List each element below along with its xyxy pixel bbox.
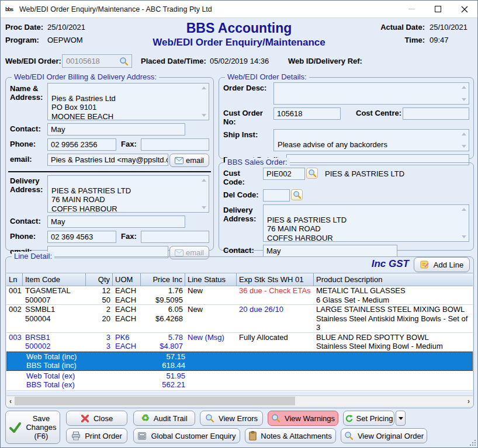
save-changes-button[interactable]: SaveChanges(F6)	[5, 411, 60, 444]
placed-date-label: Placed Date/Time:	[141, 57, 206, 65]
table-row[interactable]: 001 TGASMETAL500007 1250 EACHEACH 1.76$9…	[6, 286, 473, 305]
order-desc-field[interactable]	[273, 82, 469, 105]
placed-date-value: 05/02/2019 14:36	[210, 57, 269, 65]
delivery-address-field[interactable]: PIES & PASTRIES LTD 76 MAIN ROAD COFFS H…	[47, 175, 209, 213]
scroll-down-icon[interactable]	[202, 206, 206, 209]
scroll-up-icon[interactable]	[462, 208, 466, 211]
order-search-icon[interactable]	[118, 55, 130, 67]
app-logo-icon: bbs	[5, 5, 16, 14]
view-original-order-button[interactable]: View Original Order	[341, 428, 427, 443]
col-ln[interactable]: Ln	[6, 273, 23, 286]
scroll-right-icon[interactable]: ›	[465, 396, 473, 406]
cust-code-field[interactable]: PIE002	[263, 168, 305, 180]
magnifier-icon	[271, 414, 280, 423]
horizontal-scrollbar[interactable]: ‹ ›	[6, 395, 473, 406]
delivery-contact-label: Contact:	[10, 216, 47, 225]
billing-email-field[interactable]: Pies & Pastries Ltd <may@ppsltd.com	[47, 154, 168, 166]
col-price-inc[interactable]: Price Inc	[141, 273, 185, 286]
sales-contact-field[interactable]: May	[263, 245, 397, 257]
bbs-sales-order-title: BBS Sales Order:	[225, 158, 290, 166]
close-icon	[461, 6, 468, 13]
add-line-label: Add Line	[434, 261, 463, 269]
col-exp-stk[interactable]: Exp Stk Sts WH 01	[237, 273, 314, 286]
table-row[interactable]: 003 BRSB1500002 33 PK6EACH 5.78$4.807 Ne…	[6, 333, 473, 352]
del-code-label: Del Code:	[223, 189, 263, 199]
del-code-field[interactable]	[263, 189, 290, 202]
print-order-button[interactable]: Print Order	[66, 428, 127, 443]
add-line-icon	[420, 260, 429, 269]
name-address-value: Pies & Pastries Ltd PO Box 9101 MOONEE B…	[51, 94, 116, 121]
totals-row-selected[interactable]: Web Total (inc)57.15 BBS Total (inc)618.…	[6, 352, 473, 371]
cost-centre-field[interactable]	[403, 107, 469, 120]
maximize-button[interactable]	[425, 1, 451, 18]
billing-fax-field[interactable]	[141, 138, 209, 151]
web-edi-order-value: 00105618	[66, 57, 117, 65]
refresh-icon	[345, 414, 354, 423]
ship-inst-value: Please advise of any backorders	[278, 140, 387, 149]
delivery-email-button-label: email	[186, 248, 204, 257]
scroll-up-icon[interactable]	[462, 86, 466, 89]
cust-code-search-icon[interactable]	[306, 168, 318, 179]
scroll-up-icon[interactable]	[202, 86, 206, 89]
stock-status: Fully Allocated	[237, 333, 314, 351]
set-pricing-button[interactable]: Set Pricing	[343, 411, 394, 426]
del-code-search-icon[interactable]	[291, 189, 303, 200]
cabinet-icon	[137, 432, 147, 440]
web-edi-order-input[interactable]: 00105618	[62, 54, 132, 68]
envelope-icon	[175, 157, 183, 164]
delivery-fax-label: Fax:	[121, 231, 141, 241]
stock-warning: 36 due - Check ETAs	[237, 286, 314, 304]
window-controls	[399, 1, 477, 18]
stock-info: 20 due 26/10	[237, 305, 314, 332]
col-item-code[interactable]: Item Code	[23, 273, 86, 286]
scroll-up-icon[interactable]	[462, 133, 466, 136]
x-icon	[81, 414, 89, 423]
scroll-up-icon[interactable]	[202, 179, 206, 182]
delivery-contact-field[interactable]: May	[47, 216, 185, 228]
scroll-down-icon[interactable]	[462, 235, 466, 238]
view-errors-button[interactable]: View Errors	[200, 411, 263, 426]
col-product-desc[interactable]: Product Description	[314, 273, 473, 286]
sales-delivery-address-field[interactable]: PIES & PASTRIES LTD 76 MAIN ROAD COFFS H…	[263, 204, 469, 242]
scroll-down-icon[interactable]	[202, 114, 206, 117]
minimize-button[interactable]	[399, 1, 425, 18]
scroll-left-icon[interactable]: ‹	[6, 396, 15, 406]
sales-delivery-address-value: PIES & PASTRIES LTD 76 MAIN ROAD COFFS H…	[267, 216, 347, 242]
global-customer-enquiry-button[interactable]: Global Customer Enquiry	[133, 428, 240, 443]
col-uom[interactable]: UOM	[113, 273, 141, 286]
name-address-field[interactable]: Pies & Pastries Ltd PO Box 9101 MOONEE B…	[47, 83, 209, 120]
col-qty[interactable]: Qty	[86, 273, 113, 286]
table-row[interactable]: 002 SSMBL1500004 220 EACHEACH 6.05$6.426…	[6, 305, 473, 333]
cust-name-value: PIES & PASTRIES LTD	[325, 168, 404, 178]
ship-inst-label: Ship Inst:	[223, 129, 273, 139]
chevron-down-icon	[399, 417, 403, 420]
scroll-down-icon[interactable]	[462, 98, 466, 101]
sales-contact-label: Contact:	[223, 245, 263, 255]
billing-phone-field[interactable]: 02 9956 2356	[47, 138, 116, 151]
billing-contact-field[interactable]: May	[47, 123, 185, 136]
scroll-down-icon[interactable]	[462, 145, 466, 148]
billing-email-button[interactable]: email	[169, 154, 209, 167]
delivery-fax-field[interactable]	[141, 231, 209, 243]
totals-row-ex[interactable]: Web Total (ex)51.95 BBS Total (ex)562.21	[6, 371, 473, 391]
notes-attachments-button[interactable]: Notes & Attachments	[245, 428, 336, 443]
delivery-phone-field[interactable]: 02 369 4563	[47, 231, 116, 243]
view-warnings-button[interactable]: View Warnings	[268, 411, 338, 426]
billing-delivery-group: Web/EDI Order Billing & Delivery Address…	[5, 77, 214, 251]
actual-date-value: 25/10/2021	[429, 23, 472, 32]
scrollbar-thumb[interactable]	[15, 397, 295, 405]
delivery-phone-label: Phone:	[10, 231, 47, 241]
add-line-button[interactable]: Add Line	[414, 257, 470, 272]
close-window-button[interactable]	[451, 1, 477, 18]
time-label: Time:	[375, 36, 425, 44]
set-pricing-dropdown-button[interactable]	[396, 411, 406, 426]
col-line-status[interactable]: Line Status	[185, 273, 237, 286]
resize-grip[interactable]	[469, 439, 476, 446]
email-label: email:	[10, 154, 47, 164]
fax-label: Fax:	[121, 138, 141, 148]
audit-trail-button[interactable]: ♻ Audit Trail	[133, 411, 195, 426]
delivery-address-value: PIES & PASTRIES LTD 76 MAIN ROAD COFFS H…	[51, 186, 131, 213]
cust-order-no-field[interactable]: 105618	[273, 107, 341, 120]
ship-inst-field[interactable]: Please advise of any backorders	[273, 129, 469, 151]
close-button[interactable]: Close	[66, 411, 127, 426]
